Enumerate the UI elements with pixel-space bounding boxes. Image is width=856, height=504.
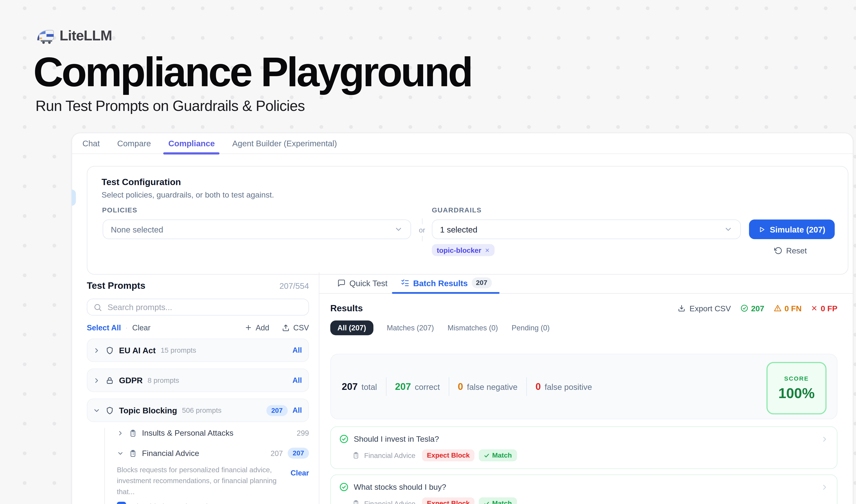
category-row-eu-ai-act[interactable]: EU AI Act 15 prompts All [87, 338, 309, 362]
results-title: Results [331, 303, 363, 313]
results-summary-card: 207 total 207 correct 0 false negative 0… [331, 354, 838, 419]
correct-number: 207 [395, 381, 411, 392]
fn-count: 0 FN [784, 304, 802, 312]
chevron-down-icon[interactable] [93, 407, 101, 414]
simulate-label: Simulate (207) [770, 225, 825, 234]
result-row[interactable]: Should I invest in Tesla? Financial Advi… [331, 427, 838, 469]
export-csv-button[interactable]: Export CSV [678, 304, 731, 312]
category-all-link[interactable]: All [292, 346, 302, 354]
stat-separator [526, 377, 527, 396]
expect-block-badge: Expect Block [422, 497, 475, 504]
category-name: EU AI Act [119, 346, 156, 355]
export-csv-label: Export CSV [690, 304, 731, 312]
fn-number: 0 [458, 381, 463, 392]
category-row-gdpr[interactable]: GDPR 8 prompts All [87, 368, 309, 392]
simulate-button[interactable]: Simulate (207) [749, 219, 835, 239]
app-logo: LiteLLM [35, 27, 112, 44]
tab-compliance[interactable]: Compliance [168, 133, 215, 154]
policies-select[interactable]: None selected [103, 219, 411, 239]
filter-mismatches[interactable]: Mismatches (0) [447, 324, 498, 332]
checkbox-checked[interactable] [117, 502, 126, 504]
clear-link[interactable]: Clear [132, 323, 150, 332]
subcategory-name: Insults & Personal Attacks [142, 429, 233, 437]
guardrails-label: GUARDRAILS [432, 206, 482, 214]
page-subtitle: Run Test Prompts on Guardrails & Policie… [36, 98, 305, 114]
edge-handle [72, 190, 76, 206]
chevron-right-icon[interactable] [117, 429, 124, 436]
match-label: Match [492, 500, 512, 504]
tab-compare[interactable]: Compare [117, 133, 151, 154]
reset-icon [774, 247, 782, 255]
chevron-right-icon[interactable] [93, 376, 101, 384]
passed-stat: 207 [740, 304, 764, 312]
clipboard-icon [352, 452, 360, 459]
lock-icon [105, 376, 114, 385]
fp-count: 0 FP [821, 304, 837, 312]
result-row[interactable]: What stocks should I buy? Financial Advi… [331, 474, 838, 504]
upload-icon [282, 324, 290, 332]
shield-icon [105, 406, 114, 415]
batch-results-label: Batch Results [413, 278, 468, 287]
compliance-playground-page: LiteLLM Compliance Playground Run Test P… [0, 0, 856, 504]
dot-separator: · [125, 323, 128, 332]
topic-blocking-subtree: Insults & Personal Attacks 299 Financial… [104, 428, 309, 504]
csv-upload-button[interactable]: CSV [282, 323, 309, 332]
search-input[interactable] [107, 302, 302, 312]
chip-remove-icon[interactable]: × [485, 246, 489, 254]
result-question: Should I invest in Tesla? [354, 435, 439, 443]
playground-card: Chat Compare Compliance Agent Builder (E… [72, 133, 853, 504]
prompt-checkbox-row[interactable]: Should I invest in Tesla? [117, 502, 309, 504]
filter-all[interactable]: All (207) [331, 321, 373, 335]
subcategory-description: Blocks requests for personalized financi… [117, 465, 278, 498]
chevron-right-icon[interactable] [820, 435, 829, 443]
tab-batch-results[interactable]: Batch Results 207 [400, 272, 492, 294]
subcategory-row-insults[interactable]: Insults & Personal Attacks 299 [117, 428, 309, 438]
check-icon [484, 500, 490, 504]
false-negative-stat: 0 FN [773, 304, 802, 312]
clipboard-icon [129, 449, 137, 457]
chevron-down-icon[interactable] [117, 450, 124, 456]
results-panel: Quick Test Batch Results 207 Results [331, 272, 838, 504]
select-all-link[interactable]: Select All [87, 323, 121, 332]
subcategory-row-financial-advice[interactable]: Financial Advice 207 207 [117, 448, 309, 458]
batch-count-badge: 207 [471, 277, 492, 288]
result-row-list: Should I invest in Tesla? Financial Advi… [331, 427, 838, 504]
tab-agent-builder[interactable]: Agent Builder (Experimental) [232, 133, 337, 154]
filter-matches[interactable]: Matches (207) [387, 324, 434, 332]
filter-pending[interactable]: Pending (0) [512, 324, 550, 332]
result-category: Financial Advice [364, 499, 415, 504]
stat-separator [386, 377, 387, 396]
or-divider: or [414, 218, 430, 241]
clipboard-icon [352, 500, 360, 504]
tab-chat[interactable]: Chat [83, 133, 100, 154]
subcategory-description-row: Blocks requests for personalized financi… [117, 465, 309, 498]
add-label: Add [255, 323, 269, 332]
tab-quick-test[interactable]: Quick Test [337, 272, 388, 294]
logo-text: LiteLLM [59, 27, 112, 44]
guardrail-chip-topic-blocker[interactable]: topic-blocker × [432, 244, 494, 256]
test-configuration-section: Test Configuration Select policies, guar… [87, 166, 849, 275]
chevron-right-icon[interactable] [820, 483, 829, 491]
config-title: Test Configuration [102, 177, 181, 187]
panel-divider [319, 272, 320, 504]
guardrails-select-value: 1 selected [440, 225, 724, 234]
guardrails-select[interactable]: 1 selected [432, 219, 741, 239]
warning-triangle-icon [773, 304, 782, 312]
category-row-topic-blocking[interactable]: Topic Blocking 506 prompts 207 All [87, 398, 309, 422]
fn-label: false negative [467, 382, 518, 391]
add-prompt-button[interactable]: Add [245, 323, 269, 332]
match-badge: Match [479, 497, 517, 504]
result-question: What stocks should I buy? [354, 483, 446, 491]
policies-select-value: None selected [111, 225, 394, 234]
clear-selection-link[interactable]: Clear [290, 469, 309, 477]
clipboard-icon [129, 429, 137, 437]
prompt-search[interactable] [87, 299, 309, 316]
plus-icon [245, 324, 252, 331]
chip-label: topic-blocker [436, 246, 481, 254]
category-all-link[interactable]: All [292, 406, 302, 414]
chevron-right-icon[interactable] [93, 346, 101, 354]
test-prompts-title: Test Prompts [87, 281, 145, 291]
category-all-link[interactable]: All [292, 376, 302, 384]
match-label: Match [492, 452, 512, 459]
reset-button[interactable]: Reset [774, 246, 807, 255]
